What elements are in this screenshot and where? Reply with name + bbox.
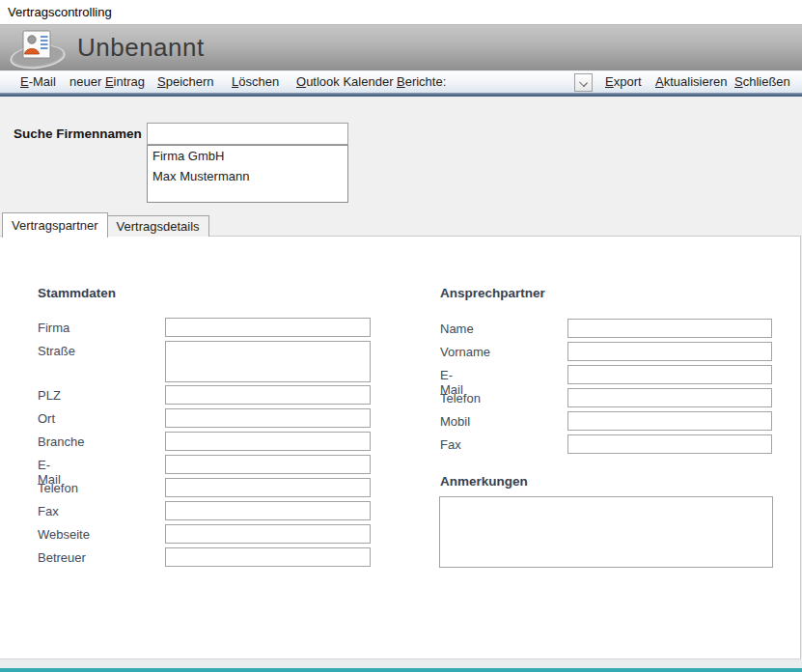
webseite-input[interactable] [165,524,371,544]
label-segment: öschen [238,74,279,89]
toolbar: E-Mail neuer Eintrag Speichern Löschen O… [0,70,802,93]
ort-input[interactable] [165,408,371,428]
tab-bar: Vertragspartner Vertragsdetails [2,211,209,237]
label-accelerator: E [105,74,114,89]
save-button[interactable]: Speichern [157,71,214,94]
name-input[interactable] [567,319,772,338]
delete-button[interactable]: Löschen [232,71,279,94]
company-list-item[interactable]: Max Mustermann [148,166,347,186]
kontakt-fax-input[interactable] [567,434,772,454]
kontakt-email-input[interactable] [567,365,772,384]
fax-input[interactable] [165,501,371,520]
strasse-textarea[interactable] [165,341,371,382]
kontakt-telefon-label: Telefon [440,391,481,406]
ansprechpartner-section: Ansprechpartner Name Vorname E-Mail Tele… [440,237,778,660]
ort-label: Ort [38,411,55,426]
vertragscontrolling-window: Vertragscontrolling Unbenannt E-Mail [0,0,802,672]
tab-vertragsdetails[interactable]: Vertragsdetails [108,215,209,237]
anmerkungen-heading: Anmerkungen [440,474,528,489]
toolbar-divider [0,93,802,97]
betreuer-label: Betreuer [38,550,86,565]
label-segment: erichte: [405,74,447,89]
export-button[interactable]: Export [605,71,642,94]
label-segment: neuer [69,74,105,89]
label-accelerator: E [605,74,614,89]
label-accelerator: S [157,74,166,89]
window-title: Vertragscontrolling [8,5,112,19]
label-segment: utlook Kalender [306,74,393,89]
chevron-down-icon [579,78,588,87]
betreuer-input[interactable] [165,547,371,567]
company-list-item[interactable]: Firma GmbH [148,146,347,166]
close-button[interactable]: Schließen [734,71,790,94]
record-title: Unbenannt [77,33,205,63]
telefon-label: Telefon [38,481,78,495]
label-accelerator: A [655,74,664,89]
label-segment: ktualisieren [664,74,728,89]
label-segment: -Mail [29,74,56,89]
refresh-button[interactable]: Aktualisieren [655,71,727,94]
branche-label: Branche [38,434,84,449]
email-input[interactable] [165,455,371,474]
label-segment: chließen [743,74,790,89]
bottom-strip [0,659,802,668]
label-accelerator: E [20,74,29,89]
tab-content-panel: Stammdaten Firma Straße PLZ Ort Branche [0,236,801,659]
kontakt-fax-label: Fax [440,437,461,452]
search-company-input[interactable] [147,123,348,145]
mobil-input[interactable] [567,411,772,431]
stammdaten-heading: Stammdaten [38,286,116,300]
label-accelerator: O [296,74,306,89]
outlook-calendar-button[interactable]: Outlook Kalender [296,71,393,94]
search-company-label: Suche Firmennamen [14,126,142,141]
branche-input[interactable] [165,432,371,451]
email-button[interactable]: E-Mail [20,71,56,94]
company-listbox[interactable]: Firma GmbH Max Mustermann [147,145,348,203]
reports-dropdown-button[interactable] [574,73,593,92]
plz-label: PLZ [38,388,61,403]
kontakt-telefon-input[interactable] [567,388,772,407]
label-accelerator: S [734,74,743,89]
fax-label: Fax [38,504,59,518]
mobil-label: Mobil [440,414,470,429]
webseite-label: Webseite [38,527,90,542]
titlebar: Vertragscontrolling [0,0,802,24]
anmerkungen-textarea[interactable] [439,496,773,568]
telefon-input[interactable] [165,478,371,497]
firma-label: Firma [38,321,69,335]
firma-input[interactable] [165,318,371,337]
ansprechpartner-heading: Ansprechpartner [440,286,545,300]
name-label: Name [440,322,474,336]
label-accelerator: B [397,74,405,89]
bottom-accent-line [0,668,802,672]
reports-label: Berichte: [397,71,446,94]
contact-card-icon [8,27,68,72]
header-banner: Unbenannt [0,24,802,70]
vorname-input[interactable] [567,342,772,361]
label-segment: xport [614,74,642,89]
stammdaten-section: Stammdaten Firma Straße PLZ Ort Branche [38,237,375,660]
plz-input[interactable] [165,385,371,405]
label-segment: peichern [166,74,214,89]
label-segment: intrag [114,74,146,89]
new-entry-button[interactable]: neuer Eintrag [69,71,145,94]
vorname-label: Vorname [440,345,490,359]
tab-vertragspartner[interactable]: Vertragspartner [2,212,108,238]
strasse-label: Straße [38,344,75,358]
